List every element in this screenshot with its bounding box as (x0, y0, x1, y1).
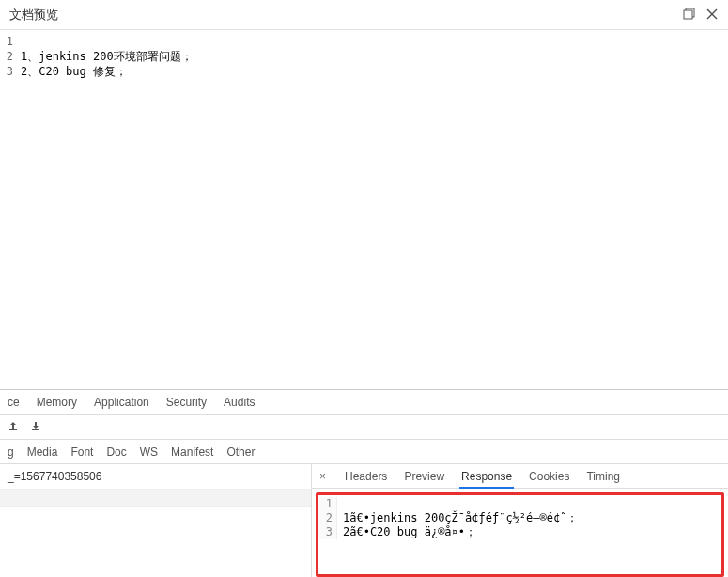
filter-media[interactable]: Media (27, 445, 58, 459)
line-text (17, 34, 21, 49)
devtools-filter-row: g Media Font Doc WS Manifest Other (0, 440, 728, 464)
response-line: 2 1ã€•jenkins 200çŽ¯å¢ƒéƒ¨ç½²é—®é¢˜； (318, 511, 721, 525)
response-tabs: × Headers Preview Response Cookies Timin… (312, 464, 728, 489)
line-text: 1、jenkins 200环境部署问题； (17, 49, 193, 64)
preview-line: 1 (0, 34, 728, 49)
tab-memory[interactable]: Memory (37, 396, 77, 409)
devtools-body: _=1567740358506 × Headers Preview Respon… (0, 464, 728, 577)
request-row[interactable]: _=1567740358506 (0, 464, 311, 490)
tab-security[interactable]: Security (166, 396, 207, 409)
response-line: 3 2ã€•C20 bug ä¿®å¤•； (318, 525, 721, 539)
svg-rect-5 (32, 429, 39, 430)
response-content-highlight: 1 2 1ã€•jenkins 200çŽ¯å¢ƒéƒ¨ç½²é—®é¢˜； 3… (316, 492, 724, 577)
tab-cookies[interactable]: Cookies (527, 464, 571, 489)
restore-window-icon[interactable] (683, 8, 696, 23)
devtools-panel: ce Memory Application Security Audits g … (0, 389, 728, 577)
preview-title: 文档预览 (9, 7, 58, 23)
filter-ws[interactable]: WS (140, 445, 158, 459)
preview-content: 1 2 1、jenkins 200环境部署问题； 3 2、C20 bug 修复； (0, 30, 728, 378)
line-text: 2、C20 bug 修复； (17, 64, 127, 79)
svg-rect-1 (684, 10, 692, 19)
preview-line: 3 2、C20 bug 修复； (0, 64, 728, 79)
preview-actions (683, 8, 719, 23)
line-number: 2 (0, 49, 17, 64)
close-icon[interactable] (705, 8, 719, 23)
tab-ce[interactable]: ce (8, 396, 20, 409)
response-line-number: 2 (318, 511, 337, 525)
preview-header: 文档预览 (0, 0, 728, 30)
close-response-icon[interactable]: × (319, 470, 326, 483)
tab-application[interactable]: Application (94, 396, 149, 409)
tab-timing[interactable]: Timing (584, 464, 622, 489)
response-panel: × Headers Preview Response Cookies Timin… (312, 464, 728, 577)
download-icon[interactable] (30, 420, 41, 434)
filter-doc[interactable]: Doc (106, 445, 126, 459)
tab-response[interactable]: Response (459, 464, 514, 489)
tab-preview[interactable]: Preview (402, 464, 446, 489)
preview-line: 2 1、jenkins 200环境部署问题； (0, 49, 728, 64)
tab-headers[interactable]: Headers (343, 464, 389, 489)
devtools-toolbar (0, 415, 728, 440)
filter-manifest[interactable]: Manifest (171, 445, 213, 459)
upload-icon[interactable] (8, 420, 19, 434)
response-line: 1 (318, 497, 721, 511)
filter-g[interactable]: g (8, 445, 14, 459)
request-spacer (0, 490, 311, 507)
response-line-text (337, 497, 343, 511)
tab-audits[interactable]: Audits (224, 396, 255, 409)
filter-other[interactable]: Other (226, 445, 255, 459)
response-line-text: 2ã€•C20 bug ä¿®å¤•； (337, 525, 476, 539)
devtools-main-tabs: ce Memory Application Security Audits (0, 390, 728, 415)
line-number: 3 (0, 64, 17, 79)
filter-font[interactable]: Font (70, 445, 93, 459)
response-line-number: 3 (318, 525, 337, 539)
line-number: 1 (0, 34, 17, 49)
response-content-wrap: 1 2 1ã€•jenkins 200çŽ¯å¢ƒéƒ¨ç½²é—®é¢˜； 3… (312, 489, 728, 577)
request-list: _=1567740358506 (0, 464, 312, 577)
svg-rect-4 (9, 429, 17, 430)
response-line-text: 1ã€•jenkins 200çŽ¯å¢ƒéƒ¨ç½²é—®é¢˜； (337, 511, 578, 525)
response-line-number: 1 (318, 497, 337, 511)
